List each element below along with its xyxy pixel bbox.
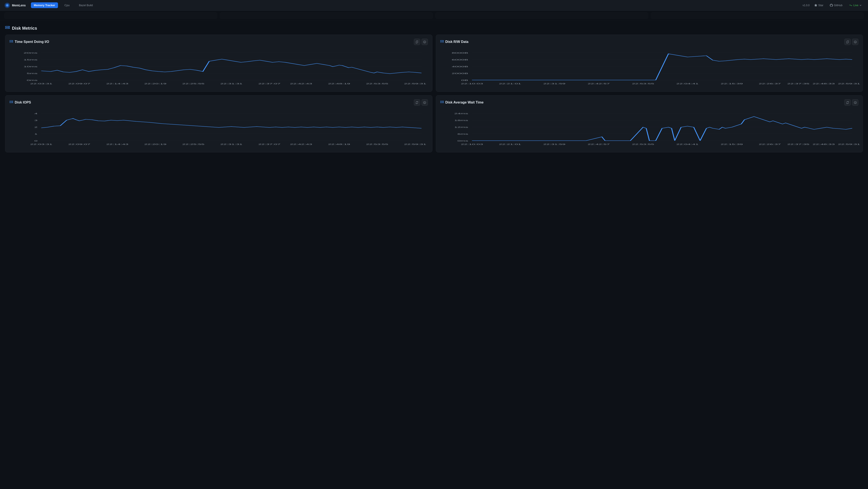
- svg-text:10ms: 10ms: [24, 65, 37, 68]
- svg-text:22:59:31: 22:59:31: [838, 83, 860, 85]
- disk-metrics-section-header: Disk Metrics: [5, 26, 863, 31]
- svg-text:22:20:19: 22:20:19: [144, 83, 166, 85]
- stat-pill-4: [651, 12, 864, 19]
- svg-text:22:59:31: 22:59:31: [404, 143, 426, 145]
- svg-text:22:20:19: 22:20:19: [144, 143, 166, 145]
- svg-text:5ms: 5ms: [27, 73, 37, 75]
- chart-title-group-4: Disk Average Wait Time: [440, 100, 484, 104]
- chart-title-2: Disk R/W Data: [445, 40, 468, 44]
- svg-text:3: 3: [34, 119, 37, 121]
- svg-point-2: [6, 4, 8, 6]
- chart-svg-3: 4 3 2 1 0 22:03:31 22:09:07 22:14:43 22:…: [9, 109, 428, 148]
- svg-text:22:37:35: 22:37:35: [787, 83, 809, 85]
- svg-point-37: [443, 40, 443, 41]
- svg-point-5: [9, 26, 9, 27]
- svg-text:22:21:01: 22:21:01: [499, 143, 521, 145]
- svg-text:22:21:01: 22:21:01: [499, 83, 521, 85]
- svg-text:22:48:33: 22:48:33: [812, 83, 835, 85]
- info-button-1[interactable]: [422, 39, 428, 45]
- tab-memory-tracker[interactable]: Memory Tracker: [31, 2, 58, 8]
- svg-text:22:03:31: 22:03:31: [30, 143, 53, 145]
- svg-text:22:25:55: 22:25:55: [182, 143, 205, 145]
- stat-pill-2: [220, 12, 433, 19]
- info-button-2[interactable]: [852, 39, 859, 45]
- chart-card-disk-rw: Disk R/W Data 8: [436, 35, 863, 92]
- star-button[interactable]: Star: [812, 3, 825, 8]
- svg-text:22:31:59: 22:31:59: [543, 143, 565, 145]
- svg-text:22:42:43: 22:42:43: [290, 83, 312, 85]
- svg-text:0ms: 0ms: [27, 79, 37, 81]
- disk-metrics-icon: [5, 26, 10, 31]
- svg-point-66: [12, 102, 12, 103]
- svg-text:22:31:59: 22:31:59: [543, 83, 565, 85]
- svg-text:12ms: 12ms: [454, 126, 468, 128]
- live-label: Live: [853, 4, 859, 7]
- chart-actions-4: [844, 99, 859, 106]
- svg-text:15ms: 15ms: [24, 59, 37, 61]
- info-button-4[interactable]: [852, 99, 859, 106]
- svg-text:22:10:03: 22:10:03: [461, 143, 483, 145]
- tab-cpu[interactable]: Cpu: [61, 2, 72, 8]
- svg-text:22:04:41: 22:04:41: [676, 83, 699, 85]
- svg-text:22:14:43: 22:14:43: [106, 83, 128, 85]
- chart-title-group-3: Disk IOPS: [9, 100, 31, 104]
- github-button[interactable]: GitHub: [828, 3, 844, 8]
- svg-point-10: [12, 41, 12, 42]
- chart-title-4: Disk Average Wait Time: [445, 100, 484, 104]
- navbar: MemLens Memory Tracker Cpu Bazel Build v…: [0, 0, 868, 11]
- chart-header-disk-avg-wait: Disk Average Wait Time: [440, 99, 859, 106]
- svg-text:24ms: 24ms: [454, 113, 468, 115]
- svg-text:0: 0: [34, 140, 37, 142]
- chart-title-group-2: Disk R/W Data: [440, 40, 468, 44]
- svg-point-38: [443, 41, 443, 42]
- svg-text:22:04:41: 22:04:41: [676, 143, 699, 145]
- chevron-down-icon: [860, 4, 862, 6]
- svg-text:22:53:55: 22:53:55: [632, 83, 654, 85]
- star-label: Star: [818, 4, 824, 7]
- chart-actions-1: [414, 39, 428, 45]
- svg-text:2: 2: [34, 126, 37, 128]
- chart-card-disk-avg-wait: Disk Average Wait Time: [436, 95, 863, 152]
- svg-text:4000B: 4000B: [452, 65, 468, 68]
- svg-text:6ms: 6ms: [457, 133, 468, 135]
- chart-title-group-1: Time Spent Doing I/O: [9, 40, 49, 44]
- chart-card-disk-iops: Disk IOPS 4: [5, 95, 432, 152]
- refresh-button-3[interactable]: [414, 99, 420, 106]
- svg-point-41: [855, 41, 855, 41]
- svg-text:22:42:57: 22:42:57: [587, 143, 610, 145]
- svg-text:22:48:19: 22:48:19: [328, 143, 350, 145]
- chart-svg-2: 8000B 6000B 4000B 2000B 0B 22:10:03 22:2…: [440, 49, 859, 88]
- chart-header-time-spent-io: Time Spent Doing I/O: [9, 39, 428, 45]
- svg-text:22:59:31: 22:59:31: [838, 143, 860, 145]
- svg-text:0B: 0B: [461, 79, 468, 81]
- chart-title-1: Time Spent Doing I/O: [15, 40, 49, 44]
- svg-text:22:15:39: 22:15:39: [721, 143, 743, 145]
- tab-bazel-build[interactable]: Bazel Build: [76, 2, 96, 8]
- chart-icon-4: [440, 101, 444, 104]
- svg-text:22:25:55: 22:25:55: [182, 83, 205, 85]
- svg-text:22:10:03: 22:10:03: [461, 83, 483, 85]
- chart-header-disk-iops: Disk IOPS: [9, 99, 428, 106]
- navbar-right: v1.0.0 Star GitHub Live: [803, 3, 864, 8]
- svg-text:22:48:19: 22:48:19: [328, 83, 350, 85]
- svg-text:22:31:31: 22:31:31: [220, 83, 242, 85]
- live-indicator[interactable]: Live: [847, 3, 864, 8]
- refresh-button-2[interactable]: [844, 39, 851, 45]
- refresh-button-4[interactable]: [844, 99, 851, 106]
- svg-text:22:09:07: 22:09:07: [68, 143, 90, 145]
- chart-title-3: Disk IOPS: [15, 100, 31, 104]
- svg-text:22:53:55: 22:53:55: [366, 83, 388, 85]
- version-badge: v1.0.0: [803, 4, 810, 7]
- svg-text:22:09:07: 22:09:07: [68, 83, 90, 85]
- svg-point-65: [12, 101, 12, 102]
- info-button-3[interactable]: [422, 99, 428, 106]
- chart-actions-2: [844, 39, 859, 45]
- svg-text:22:53:55: 22:53:55: [632, 143, 654, 145]
- chart-header-disk-rw: Disk R/W Data: [440, 39, 859, 45]
- svg-text:18ms: 18ms: [454, 119, 468, 121]
- svg-point-9: [12, 40, 12, 41]
- refresh-button-1[interactable]: [414, 39, 420, 45]
- svg-text:0ms: 0ms: [457, 140, 468, 142]
- svg-text:22:31:31: 22:31:31: [220, 143, 242, 145]
- disk-metrics-title: Disk Metrics: [12, 26, 37, 31]
